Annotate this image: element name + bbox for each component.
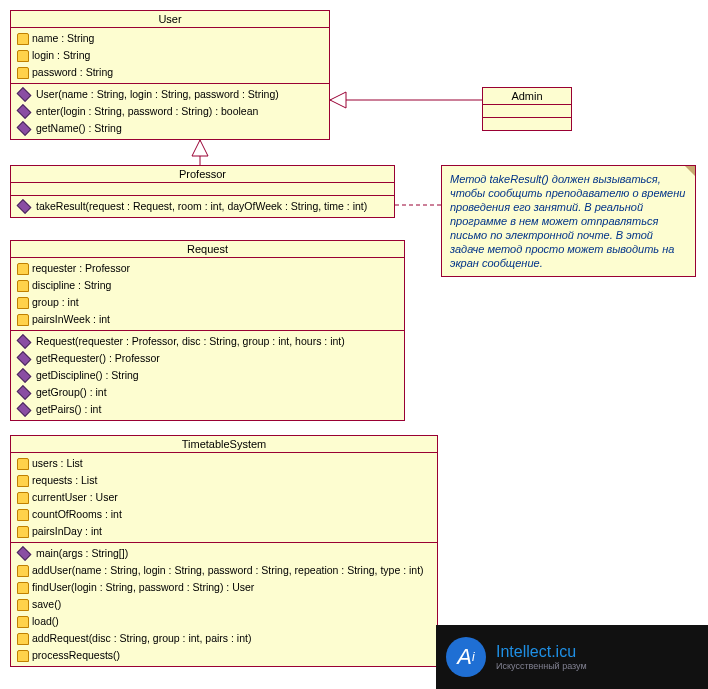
attr-text: requester : Professor [32,261,130,276]
op-row: processRequests() [11,647,437,664]
svg-marker-1 [330,92,346,108]
attr-text: login : String [32,48,90,63]
diamond-icon [17,199,32,214]
attr-row: login : String [11,47,329,64]
attr-text: password : String [32,65,113,80]
watermark: Ai Intellect.icu Искусственный разум [436,625,708,689]
op-row: getDiscipline() : String [11,367,404,384]
op-row: getName() : String [11,120,329,137]
attr-row: requests : List [11,472,437,489]
note-box: Метод takeResult() должен вызываться, чт… [441,165,696,277]
op-text: save() [32,597,61,612]
diamond-icon [17,87,32,102]
note-text: Метод takeResult() должен вызываться, чт… [450,173,685,269]
op-text: processRequests() [32,648,120,663]
class-title: Admin [483,88,571,105]
attr-text: name : String [32,31,94,46]
op-row: getRequester() : Professor [11,350,404,367]
op-text: main(args : String[]) [36,546,128,561]
op-row: User(name : String, login : String, pass… [11,86,329,103]
attr-text: countOfRooms : int [32,507,122,522]
op-text: enter(login : String, password : String)… [36,104,258,119]
op-row: addUser(name : String, login : String, p… [11,562,437,579]
attr-text: discipline : String [32,278,111,293]
lock-icon [17,582,29,594]
op-text: findUser(login : String, password : Stri… [32,580,254,595]
diamond-icon [17,104,32,119]
attr-text: pairsInDay : int [32,524,102,539]
op-row: getPairs() : int [11,401,404,418]
op-text: getGroup() : int [36,385,107,400]
diamond-icon [17,402,32,417]
op-text: Request(requester : Professor, disc : St… [36,334,345,349]
diamond-icon [17,546,32,561]
diamond-icon [17,385,32,400]
class-title: User [11,11,329,28]
op-text: getRequester() : Professor [36,351,160,366]
diamond-icon [17,368,32,383]
lock-icon [17,67,29,79]
lock-icon [17,297,29,309]
empty-section [483,105,571,118]
ops-section: main(args : String[]) addUser(name : Str… [11,543,437,666]
attr-row: users : List [11,455,437,472]
op-row: findUser(login : String, password : Stri… [11,579,437,596]
attr-row: currentUser : User [11,489,437,506]
lock-icon [17,50,29,62]
attrs-section: users : List requests : List currentUser… [11,453,437,543]
ops-section: User(name : String, login : String, pass… [11,84,329,139]
class-title: Request [11,241,404,258]
watermark-text: Intellect.icu Искусственный разум [496,643,587,671]
ops-section: Request(requester : Professor, disc : St… [11,331,404,420]
ops-section: takeResult(request : Request, room : int… [11,196,394,217]
attr-text: requests : List [32,473,97,488]
op-row: save() [11,596,437,613]
attr-text: group : int [32,295,79,310]
op-row: enter(login : String, password : String)… [11,103,329,120]
lock-icon [17,458,29,470]
op-text: getPairs() : int [36,402,101,417]
svg-marker-3 [192,140,208,156]
op-text: takeResult(request : Request, room : int… [36,199,367,214]
op-text: addUser(name : String, login : String, p… [32,563,424,578]
class-title: TimetableSystem [11,436,437,453]
attr-row: discipline : String [11,277,404,294]
class-timetable: TimetableSystem users : List requests : … [10,435,438,667]
diamond-icon [17,351,32,366]
diamond-icon [17,121,32,136]
lock-icon [17,509,29,521]
attr-row: countOfRooms : int [11,506,437,523]
empty-section [483,118,571,130]
op-row: main(args : String[]) [11,545,437,562]
op-row: takeResult(request : Request, room : int… [11,198,394,215]
lock-icon [17,633,29,645]
op-text: User(name : String, login : String, pass… [36,87,279,102]
lock-icon [17,526,29,538]
attr-text: pairsInWeek : int [32,312,110,327]
attr-row: group : int [11,294,404,311]
class-professor: Professor takeResult(request : Request, … [10,165,395,218]
empty-section [11,183,394,196]
attr-text: currentUser : User [32,490,118,505]
logo-icon: Ai [446,637,486,677]
lock-icon [17,650,29,662]
op-row: load() [11,613,437,630]
lock-icon [17,33,29,45]
watermark-subtitle: Искусственный разум [496,661,587,671]
class-title: Professor [11,166,394,183]
class-admin: Admin [482,87,572,131]
class-request: Request requester : Professor discipline… [10,240,405,421]
attr-row: name : String [11,30,329,47]
lock-icon [17,599,29,611]
lock-icon [17,565,29,577]
op-row: getGroup() : int [11,384,404,401]
lock-icon [17,616,29,628]
lock-icon [17,475,29,487]
attr-text: users : List [32,456,83,471]
diamond-icon [17,334,32,349]
op-row: Request(requester : Professor, disc : St… [11,333,404,350]
lock-icon [17,263,29,275]
class-user: User name : String login : String passwo… [10,10,330,140]
attr-row: pairsInDay : int [11,523,437,540]
lock-icon [17,280,29,292]
